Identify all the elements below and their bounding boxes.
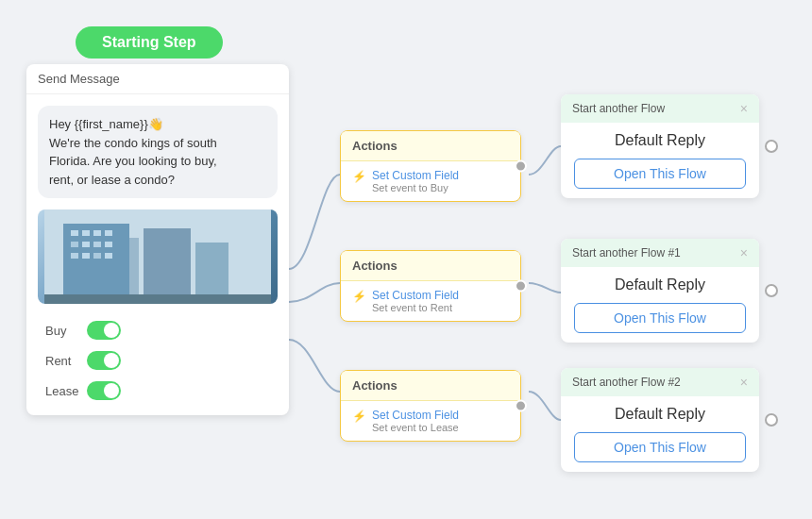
- actions-card-3: Actions ⚡ Set Custom Field Set event to …: [340, 370, 521, 442]
- flow-card-header-1: Start another Flow ×: [561, 94, 759, 123]
- svg-rect-2: [144, 228, 191, 304]
- open-flow-button-1[interactable]: Open This Flow: [574, 159, 746, 189]
- toggle-rent-label: Rent: [45, 354, 79, 368]
- actions-field-value-2: Set event to Rent: [372, 302, 459, 313]
- send-message-header: Send Message: [26, 64, 289, 94]
- chat-bubble: Hey {{first_name}}👋 We're the condo king…: [38, 106, 278, 198]
- custom-field-icon-3: ⚡: [352, 410, 366, 423]
- actions-field-value-1: Set event to Buy: [372, 182, 459, 193]
- toggle-buy-label: Buy: [45, 324, 79, 338]
- flow-card-1: Start another Flow × Default Reply Open …: [561, 94, 759, 198]
- open-flow-button-2[interactable]: Open This Flow: [574, 303, 746, 333]
- toggle-lease-label: Lease: [45, 384, 79, 398]
- svg-rect-6: [82, 230, 90, 236]
- svg-rect-5: [71, 230, 78, 236]
- toggle-row-lease[interactable]: Lease: [26, 376, 289, 406]
- flow-card-header-2: Start another Flow #1 ×: [561, 239, 759, 267]
- toggle-buy[interactable]: [87, 321, 121, 340]
- svg-rect-14: [82, 253, 90, 259]
- svg-rect-15: [93, 253, 101, 259]
- actions-dot-1: [515, 160, 527, 173]
- flow-card-title-3: Start another Flow #2: [572, 376, 681, 389]
- flow-default-reply-1: Default Reply: [574, 132, 746, 149]
- actions-field-value-3: Set event to Lease: [372, 422, 459, 433]
- svg-rect-10: [82, 242, 90, 247]
- svg-rect-16: [105, 253, 112, 259]
- flow-dot-1: [765, 140, 778, 153]
- toggle-row-rent[interactable]: Rent: [26, 345, 289, 376]
- actions-header-3: Actions: [341, 371, 520, 401]
- actions-field-name-3: Set Custom Field: [372, 409, 459, 422]
- starting-step-label: Starting Step: [76, 26, 223, 59]
- actions-card-1: Actions ⚡ Set Custom Field Set event to …: [340, 130, 521, 202]
- actions-card-2: Actions ⚡ Set Custom Field Set event to …: [340, 250, 521, 322]
- actions-field-name-2: Set Custom Field: [372, 289, 459, 302]
- toggle-row-buy[interactable]: Buy: [26, 315, 289, 345]
- flow-close-1[interactable]: ×: [740, 102, 748, 115]
- actions-dot-3: [515, 400, 527, 412]
- canvas: Starting Step Send Message Hey {{first_n…: [0, 0, 812, 519]
- flow-card-2: Start another Flow #1 × Default Reply Op…: [561, 239, 759, 343]
- flow-dot-2: [765, 284, 778, 297]
- svg-rect-7: [93, 230, 101, 236]
- svg-rect-13: [71, 253, 78, 259]
- custom-field-icon-1: ⚡: [352, 170, 366, 183]
- svg-rect-9: [71, 242, 78, 247]
- flow-card-3: Start another Flow #2 × Default Reply Op…: [561, 368, 759, 472]
- send-message-card: Send Message Hey {{first_name}}👋 We're t…: [26, 64, 289, 415]
- flow-dot-3: [765, 413, 778, 427]
- svg-rect-8: [105, 230, 112, 236]
- flow-card-header-3: Start another Flow #2 ×: [561, 368, 759, 396]
- svg-rect-17: [44, 294, 271, 304]
- svg-rect-11: [93, 242, 101, 247]
- actions-header-2: Actions: [341, 251, 520, 281]
- toggle-lease[interactable]: [87, 381, 121, 400]
- flow-default-reply-3: Default Reply: [574, 406, 746, 423]
- flow-close-2[interactable]: ×: [740, 246, 748, 260]
- actions-field-name-1: Set Custom Field: [372, 169, 459, 182]
- flow-close-3[interactable]: ×: [740, 376, 748, 389]
- flow-card-title-1: Start another Flow: [572, 102, 665, 115]
- building-image: [38, 209, 278, 304]
- toggle-rent[interactable]: [87, 351, 121, 370]
- svg-rect-12: [105, 242, 112, 247]
- flow-default-reply-2: Default Reply: [574, 276, 746, 293]
- flow-card-title-2: Start another Flow #1: [572, 246, 681, 260]
- actions-header-1: Actions: [341, 131, 520, 161]
- custom-field-icon-2: ⚡: [352, 290, 366, 303]
- open-flow-button-3[interactable]: Open This Flow: [574, 432, 746, 462]
- actions-dot-2: [515, 280, 527, 293]
